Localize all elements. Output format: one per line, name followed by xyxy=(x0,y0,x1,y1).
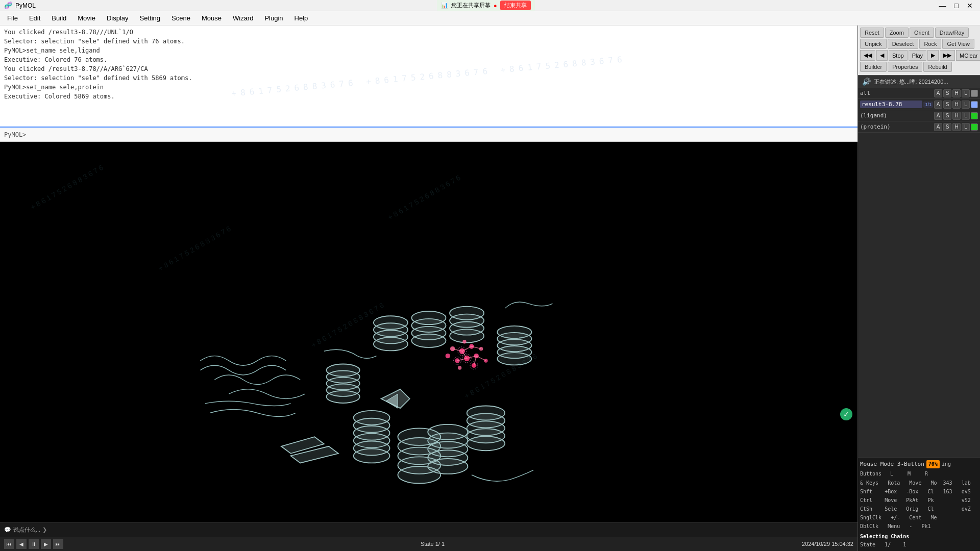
nav-btn-[interactable]: ▶ xyxy=(927,50,939,61)
console-line: Executive: Colored 5869 atoms. xyxy=(4,92,853,101)
toolbar-btn-getview[interactable]: Get View xyxy=(942,39,974,49)
chat-expand-button[interactable]: ❯ xyxy=(42,527,47,533)
toolbar-btn-drawray[interactable]: Draw/Ray xyxy=(935,28,969,38)
state-display: State 1/ 1 xyxy=(421,541,445,547)
object-action-l[interactable]: L xyxy=(962,123,970,131)
record-icon: ● xyxy=(494,3,497,9)
menu-item-plugin[interactable]: Plugin xyxy=(259,12,288,24)
nav-btn-[interactable]: ◀ xyxy=(876,50,888,61)
toolbar-btn-properties[interactable]: Properties xyxy=(888,62,922,72)
title-left: 🧬 PyMOL xyxy=(4,2,36,9)
app-title: PyMOL xyxy=(15,2,36,9)
nav-btn-mclear[interactable]: MClear xyxy=(956,50,980,61)
console-line: Selector: selection "sele" defined with … xyxy=(4,37,853,46)
pause-button[interactable]: ⏸ xyxy=(29,539,39,549)
svg-point-21 xyxy=(467,436,505,450)
state-label: State xyxy=(421,541,434,547)
object-color-swatch xyxy=(971,112,978,119)
object-action-a[interactable]: A xyxy=(934,101,942,109)
object-row[interactable]: (protein)ASHL xyxy=(858,121,980,133)
prev-frame-button[interactable]: ⏮ xyxy=(4,539,14,549)
object-color-swatch xyxy=(971,123,978,131)
toolbar-btn-rock[interactable]: Rock xyxy=(919,39,941,49)
object-name: result3-8.78 xyxy=(860,101,922,108)
menu-item-display[interactable]: Display xyxy=(102,12,134,24)
object-action-a[interactable]: A xyxy=(934,89,942,97)
nav-btn-play[interactable]: Play xyxy=(909,50,926,61)
svg-point-38 xyxy=(450,329,484,342)
toolbar-btn-orient[interactable]: Orient xyxy=(910,28,934,38)
menu-item-setting[interactable]: Setting xyxy=(135,12,165,24)
object-action-l[interactable]: L xyxy=(962,89,970,97)
mouse-snglclk-row: SnglClk +/- Cent Me xyxy=(860,514,978,522)
object-action-s[interactable]: S xyxy=(943,101,951,109)
close-button[interactable]: ✕ xyxy=(964,2,976,10)
nav-btn-stop[interactable]: Stop xyxy=(889,50,908,61)
console-line: You clicked /result3-8.78//A/ARG`627/CA xyxy=(4,64,853,73)
play-button[interactable]: ▶ xyxy=(41,539,51,549)
toolbar-btn-rebuild[interactable]: Rebuild xyxy=(923,62,951,72)
object-action-a[interactable]: A xyxy=(934,112,942,120)
bottom-chat-bar: 💬 说点什么... ❯ xyxy=(0,522,857,537)
chat-label: 说点什么... xyxy=(13,526,40,534)
console-area: +8617526883676 +8617526883676 +861752688… xyxy=(0,26,857,128)
toolbar-btn-builder[interactable]: Builder xyxy=(860,62,887,72)
end-share-button[interactable]: 结束共享 xyxy=(500,1,531,10)
mouse-mode-suffix: ing xyxy=(942,460,951,468)
audio-icon: 🔊 xyxy=(862,78,871,86)
svg-point-34 xyxy=(411,334,446,347)
object-action-s[interactable]: S xyxy=(943,123,951,131)
menu-item-mouse[interactable]: Mouse xyxy=(197,12,227,24)
object-action-h[interactable]: H xyxy=(952,123,961,131)
app-icon: 🧬 xyxy=(4,2,12,9)
object-action-s[interactable]: S xyxy=(943,112,951,120)
object-action-l[interactable]: L xyxy=(962,101,970,109)
menu-item-build[interactable]: Build xyxy=(46,12,71,24)
left-panel: +8617526883676 +8617526883676 +861752688… xyxy=(0,26,857,551)
menu-item-scene[interactable]: Scene xyxy=(166,12,195,24)
object-row[interactable]: result3-8.781/1ASHL xyxy=(858,99,980,110)
object-action-l[interactable]: L xyxy=(962,112,970,120)
menu-item-help[interactable]: Help xyxy=(289,12,313,24)
next-frame-button[interactable]: ⏭ xyxy=(53,539,63,549)
object-name: (protein) xyxy=(860,123,933,130)
object-action-h[interactable]: H xyxy=(952,89,961,97)
svg-point-54 xyxy=(472,363,476,368)
object-action-h[interactable]: H xyxy=(952,101,961,109)
minimize-button[interactable]: — xyxy=(936,2,949,10)
step-back-button[interactable]: ◀ xyxy=(16,539,27,549)
console-line: You clicked /result3-8.78///UNL`1/O xyxy=(4,28,853,37)
svg-point-55 xyxy=(458,366,461,369)
mouse-mode-header: Mouse Mode 3-Button 70% ing xyxy=(860,460,978,469)
molecule-visualization xyxy=(0,142,857,522)
nav-btn-[interactable]: ▶▶ xyxy=(940,50,955,61)
object-action-a[interactable]: A xyxy=(934,123,942,131)
state-value: 1/ 1 xyxy=(435,541,445,547)
object-row[interactable]: (ligand)ASHL xyxy=(858,110,980,121)
nav-btn-[interactable]: ◀◀ xyxy=(860,50,875,61)
menu-item-edit[interactable]: Edit xyxy=(24,12,45,24)
object-action-s[interactable]: S xyxy=(943,89,951,97)
object-action-h[interactable]: H xyxy=(952,112,961,120)
mouse-state-row: State 1/ 1 xyxy=(860,541,978,549)
toolbar-row-4: BuilderPropertiesRebuild xyxy=(860,62,978,72)
svg-point-26 xyxy=(327,391,360,403)
mouse-mode-percent: 70% xyxy=(926,460,940,468)
menu-item-file[interactable]: File xyxy=(2,12,23,24)
svg-point-10 xyxy=(428,459,468,474)
green-checkmark: ✓ xyxy=(840,408,852,420)
toolbar-btn-reset[interactable]: Reset xyxy=(860,28,884,38)
command-input[interactable] xyxy=(28,131,853,138)
menu-item-movie[interactable]: Movie xyxy=(72,12,101,24)
object-row[interactable]: allASHL xyxy=(858,88,980,99)
toolbar-btn-deselect[interactable]: Deselect xyxy=(888,39,919,49)
toolbar-btn-unpick[interactable]: Unpick xyxy=(860,39,887,49)
object-color-swatch xyxy=(971,90,978,97)
svg-point-45 xyxy=(497,353,531,365)
maximize-button[interactable]: □ xyxy=(951,2,962,10)
svg-point-30 xyxy=(374,337,408,350)
command-input-bar: PyMOL> xyxy=(0,128,857,142)
viewport[interactable]: +8617526883676 +8617526883676 +861752688… xyxy=(0,142,857,522)
toolbar-btn-zoom[interactable]: Zoom xyxy=(885,28,909,38)
menu-item-wizard[interactable]: Wizard xyxy=(228,12,258,24)
